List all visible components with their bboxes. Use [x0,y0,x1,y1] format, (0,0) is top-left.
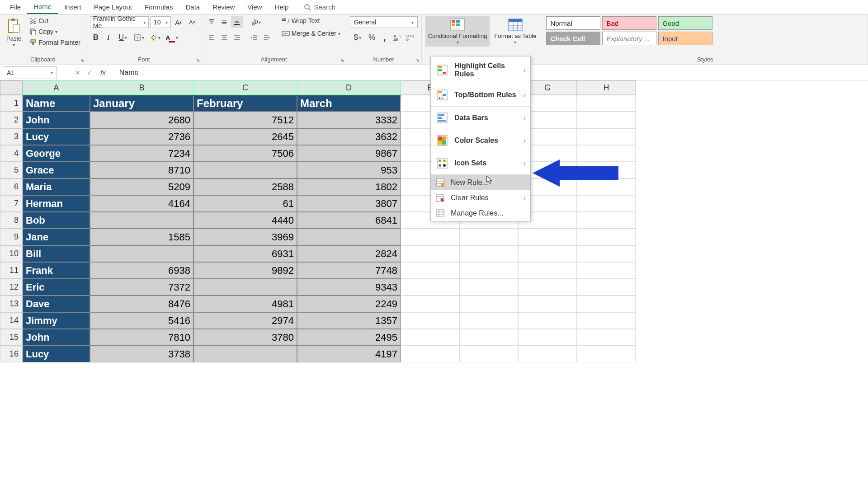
data-cell[interactable]: 7512 [193,112,297,128]
data-cell[interactable]: 6841 [297,212,401,229]
bold-button[interactable]: B [90,32,102,43]
data-cell[interactable] [193,162,297,178]
empty-cell[interactable] [518,279,577,296]
empty-cell[interactable] [577,212,636,229]
increase-decimal-button[interactable]: .0.00 [392,32,403,43]
font-size-combo[interactable]: 10▾ [151,16,171,28]
name-cell[interactable]: John [23,112,90,128]
name-cell[interactable]: Maria [23,178,90,195]
data-cell[interactable]: 3632 [297,128,401,145]
menu-highlight-cells[interactable]: Highlight Cells Rules › [431,56,530,84]
menu-manage-rules[interactable]: Manage Rules... [431,206,530,221]
font-color-button[interactable]: A▾ [164,32,179,43]
empty-cell[interactable] [577,128,636,145]
menu-top-bottom[interactable]: 10 Top/Bottom Rules › [431,84,530,106]
orientation-button[interactable]: ab▾ [248,16,264,28]
empty-cell[interactable] [459,279,518,296]
row-header[interactable]: 1 [0,95,23,112]
empty-cell[interactable] [459,329,518,346]
name-cell[interactable]: Lucy [23,128,90,145]
row-header[interactable]: 16 [0,346,23,362]
empty-cell[interactable] [401,262,459,279]
empty-cell[interactable] [577,95,636,112]
data-cell[interactable]: 3807 [297,195,401,212]
empty-cell[interactable] [401,245,459,262]
format-as-table-button[interactable]: Format as Table▾ [491,16,539,47]
dialog-launcher-icon[interactable]: ⬊ [340,58,344,63]
border-button[interactable]: ▾ [132,32,147,43]
currency-button[interactable]: $▾ [350,32,365,43]
empty-cell[interactable] [518,312,577,329]
row-header[interactable]: 9 [0,229,23,245]
column-header[interactable]: C [193,80,297,95]
style-bad[interactable]: Bad [602,16,656,30]
style-check-cell[interactable]: Check Cell [546,32,600,45]
align-bottom-button[interactable] [231,16,243,28]
data-cell[interactable]: 2824 [297,245,401,262]
style-good[interactable]: Good [658,16,712,30]
data-cell[interactable]: 5209 [90,178,193,195]
empty-cell[interactable] [459,346,518,362]
data-cell[interactable]: 953 [297,162,401,178]
name-cell[interactable]: Bob [23,212,90,229]
decrease-indent-button[interactable] [248,32,260,43]
table-header-cell[interactable]: February [193,95,297,112]
comma-button[interactable]: , [379,32,391,43]
empty-cell[interactable] [518,262,577,279]
data-cell[interactable]: 2495 [297,329,401,346]
name-cell[interactable]: Herman [23,195,90,212]
data-cell[interactable]: 2588 [193,178,297,195]
select-all-corner[interactable] [0,80,23,95]
data-cell[interactable]: 2736 [90,128,193,145]
row-header[interactable]: 13 [0,296,23,312]
data-cell[interactable]: 3969 [193,229,297,245]
row-header[interactable]: 14 [0,312,23,329]
data-cell[interactable]: 7748 [297,262,401,279]
paste-button[interactable]: Paste ▾ [4,16,24,49]
data-cell[interactable] [193,346,297,362]
row-header[interactable]: 12 [0,279,23,296]
tab-file[interactable]: File [4,0,27,14]
row-header[interactable]: 8 [0,212,23,229]
data-cell[interactable]: 2645 [193,128,297,145]
empty-cell[interactable] [401,312,459,329]
data-cell[interactable]: 9892 [193,262,297,279]
fill-color-button[interactable]: ▾ [148,32,163,43]
dialog-launcher-icon[interactable]: ⬊ [196,58,200,63]
data-cell[interactable]: 3780 [193,329,297,346]
empty-cell[interactable] [401,329,459,346]
data-cell[interactable] [193,279,297,296]
row-header[interactable]: 11 [0,262,23,279]
data-cell[interactable]: 4981 [193,296,297,312]
empty-cell[interactable] [459,262,518,279]
data-cell[interactable] [297,229,401,245]
search-box[interactable]: Search [304,3,335,11]
style-input[interactable]: Input [658,32,712,45]
empty-cell[interactable] [577,296,636,312]
data-cell[interactable]: 6938 [90,262,193,279]
data-cell[interactable] [90,245,193,262]
style-normal[interactable]: Normal [546,16,600,30]
data-cell[interactable]: 6931 [193,245,297,262]
empty-cell[interactable] [459,312,518,329]
underline-button[interactable]: U▾ [115,32,131,43]
data-cell[interactable]: 7506 [193,145,297,162]
cut-button[interactable]: Cut [28,16,82,25]
data-cell[interactable]: 9343 [297,279,401,296]
tab-formulas[interactable]: Formulas [138,0,179,14]
row-header[interactable]: 2 [0,112,23,128]
empty-cell[interactable] [577,195,636,212]
conditional-formatting-button[interactable]: Conditional Formatting▾ [425,16,490,47]
empty-cell[interactable] [518,329,577,346]
empty-cell[interactable] [577,229,636,245]
empty-cell[interactable] [577,329,636,346]
menu-new-rule[interactable]: New Rule... [431,174,530,190]
tab-view[interactable]: View [241,0,268,14]
menu-data-bars[interactable]: Data Bars › [431,106,530,129]
data-cell[interactable]: 4440 [193,212,297,229]
tab-review[interactable]: Review [206,0,241,14]
row-header[interactable]: 6 [0,178,23,195]
data-cell[interactable]: 5416 [90,312,193,329]
italic-button[interactable]: I [103,32,114,43]
empty-cell[interactable] [459,229,518,245]
